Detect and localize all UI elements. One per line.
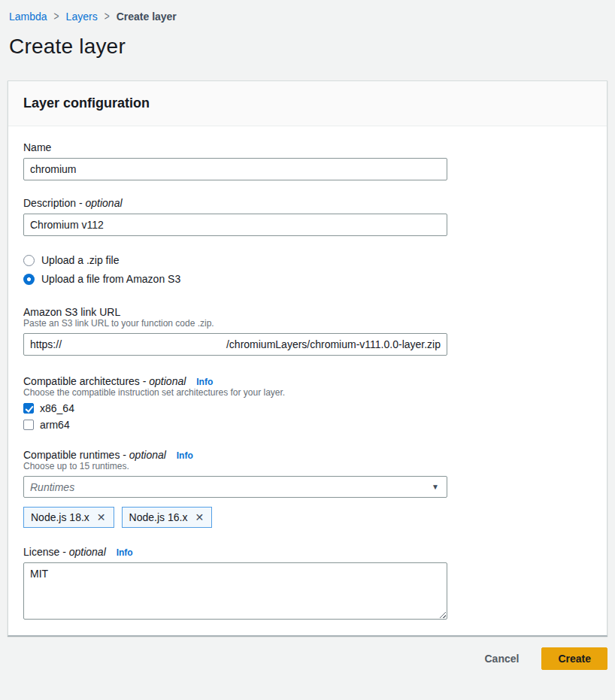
s3-url-path: /chromiumLayers/chromium-v111.0.0-layer.… bbox=[226, 338, 441, 350]
upload-zip-label: Upload a .zip file bbox=[41, 254, 120, 266]
upload-option-group: Upload a .zip file Upload a file from Am… bbox=[23, 254, 592, 285]
panel-title: Layer configuration bbox=[23, 95, 592, 111]
runtime-token-label: Node.js 18.x bbox=[31, 511, 89, 523]
runtime-token-label: Node.js 16.x bbox=[129, 511, 188, 523]
runtimes-select-placeholder: Runtimes bbox=[30, 481, 74, 493]
create-button[interactable]: Create bbox=[541, 647, 607, 670]
architectures-label: Compatible architectures - optional Info bbox=[23, 375, 592, 387]
architectures-info-link[interactable]: Info bbox=[196, 377, 213, 387]
upload-s3-option[interactable]: Upload a file from Amazon S3 bbox=[23, 273, 592, 285]
description-optional-text: optional bbox=[85, 197, 122, 209]
description-label-text: Description - bbox=[23, 197, 83, 209]
runtimes-select[interactable]: Runtimes ▼ bbox=[23, 476, 447, 498]
runtime-token-list: Node.js 18.x ✕ Node.js 16.x ✕ bbox=[23, 507, 592, 528]
upload-s3-label: Upload a file from Amazon S3 bbox=[41, 273, 180, 285]
license-info-link[interactable]: Info bbox=[117, 547, 133, 558]
breadcrumb-current-page: Create layer bbox=[117, 11, 177, 23]
runtime-token-nodejs16: Node.js 16.x ✕ bbox=[122, 507, 213, 528]
breadcrumb: Lambda > Layers > Create layer bbox=[0, 0, 615, 23]
runtimes-field-group: Compatible runtimes - optional Info Choo… bbox=[23, 449, 592, 528]
architectures-label-text: Compatible architectures - bbox=[23, 375, 146, 387]
arm64-label: arm64 bbox=[40, 419, 70, 431]
license-label: License - optional Info bbox=[23, 546, 592, 558]
runtimes-label-text: Compatible runtimes - bbox=[23, 449, 126, 461]
name-input[interactable] bbox=[23, 158, 447, 180]
cancel-button[interactable]: Cancel bbox=[481, 648, 522, 669]
license-box bbox=[23, 562, 447, 622]
name-label: Name bbox=[23, 141, 592, 153]
panel-header: Layer configuration bbox=[8, 81, 607, 126]
dismiss-token-icon[interactable]: ✕ bbox=[195, 512, 204, 523]
x86-64-label: x86_64 bbox=[40, 402, 74, 414]
architectures-helper: Choose the compatible instruction set ar… bbox=[23, 387, 592, 398]
architectures-optional-text: optional bbox=[149, 375, 186, 387]
breadcrumb-link-layers[interactable]: Layers bbox=[66, 11, 98, 23]
runtimes-optional-text: optional bbox=[129, 449, 166, 461]
architectures-field-group: Compatible architectures - optional Info… bbox=[23, 375, 592, 431]
panel-body: Name Description - optional Upload a .zi… bbox=[8, 126, 607, 635]
page-title: Create layer bbox=[9, 35, 615, 59]
runtime-token-nodejs18: Node.js 18.x ✕ bbox=[23, 507, 114, 528]
s3-url-input[interactable]: https:// /chromiumLayers/chromium-v111.0… bbox=[23, 333, 447, 356]
arm64-checkbox[interactable] bbox=[23, 420, 34, 430]
form-actions: Cancel Create bbox=[0, 636, 615, 670]
s3-url-field-group: Amazon S3 link URL Paste an S3 link URL … bbox=[23, 306, 592, 356]
s3-url-helper: Paste an S3 link URL to your function co… bbox=[23, 318, 592, 329]
description-input[interactable] bbox=[23, 214, 447, 236]
license-field-group: License - optional Info bbox=[23, 546, 592, 622]
license-label-text: License - bbox=[23, 546, 66, 558]
license-optional-text: optional bbox=[69, 546, 106, 558]
breadcrumb-link-lambda[interactable]: Lambda bbox=[9, 11, 47, 23]
chevron-down-icon: ▼ bbox=[432, 483, 439, 491]
architecture-arm64-option[interactable]: arm64 bbox=[23, 419, 592, 431]
runtimes-info-link[interactable]: Info bbox=[177, 450, 193, 461]
name-field-group: Name bbox=[23, 141, 592, 180]
runtimes-label: Compatible runtimes - optional Info bbox=[23, 449, 592, 461]
description-label: Description - optional bbox=[23, 197, 592, 209]
description-field-group: Description - optional bbox=[23, 197, 592, 236]
upload-zip-option[interactable]: Upload a .zip file bbox=[23, 254, 592, 266]
s3-url-prefix: https:// bbox=[30, 338, 62, 350]
license-textarea[interactable] bbox=[23, 562, 447, 620]
s3-url-label: Amazon S3 link URL bbox=[23, 306, 592, 318]
architecture-x86-option[interactable]: x86_64 bbox=[23, 402, 592, 414]
breadcrumb-separator-icon: > bbox=[54, 10, 59, 23]
runtimes-helper: Choose up to 15 runtimes. bbox=[23, 461, 592, 471]
upload-zip-radio[interactable] bbox=[23, 255, 35, 266]
dismiss-token-icon[interactable]: ✕ bbox=[97, 512, 106, 523]
upload-s3-radio[interactable] bbox=[23, 274, 35, 285]
breadcrumb-separator-icon: > bbox=[105, 10, 110, 23]
x86-64-checkbox[interactable] bbox=[23, 403, 34, 414]
layer-configuration-panel: Layer configuration Name Description - o… bbox=[8, 80, 607, 636]
